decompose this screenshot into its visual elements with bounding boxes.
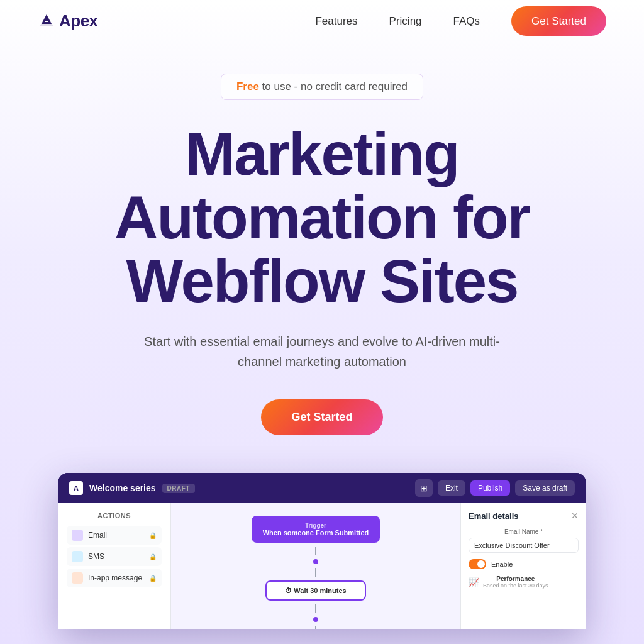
flow-connector-3	[315, 604, 316, 613]
hero-title-line2: Automation for	[114, 184, 530, 251]
flow-dot-1	[313, 559, 318, 564]
trigger-label: Trigger	[263, 522, 369, 529]
sidebar-section-title: Actions	[67, 512, 162, 519]
performance-title: Performance	[483, 575, 548, 582]
panel-enable-toggle[interactable]: Enable	[469, 559, 579, 569]
panel-email-name-label: Email Name *	[469, 528, 579, 535]
app-topbar-left: A Welcome series DRAFT	[69, 481, 195, 495]
app-logo-icon: A	[69, 481, 83, 495]
lock-icon-sms: 🔒	[149, 553, 157, 560]
inapp-icon	[72, 572, 83, 584]
panel-header: Email details ✕	[469, 511, 579, 521]
nav-pricing[interactable]: Pricing	[389, 15, 422, 27]
performance-icon: 📈	[469, 577, 479, 587]
flow-connector-1	[315, 547, 316, 555]
app-icon-btn-grid[interactable]: ⊞	[415, 479, 433, 497]
sms-icon	[72, 551, 83, 562]
hero-cta-button[interactable]: Get Started	[261, 399, 382, 435]
nav-cta-button[interactable]: Get Started	[511, 6, 606, 36]
nav-faqs[interactable]: FAQs	[453, 15, 480, 27]
app-save-draft-button[interactable]: Save as draft	[515, 480, 575, 496]
wait-label: ⏱ Wait 30 minutes	[285, 587, 346, 594]
action-item-email[interactable]: Email 🔒	[67, 526, 162, 545]
flow-connector-4	[315, 626, 316, 629]
badge-rest-text: to use - no credit card required	[259, 80, 408, 92]
lock-icon-email: 🔒	[149, 532, 157, 539]
flow-dot-2	[313, 617, 318, 622]
badge-free-word: Free	[236, 80, 259, 92]
lock-icon-inapp: 🔒	[149, 575, 157, 582]
action-item-sms[interactable]: SMS 🔒	[67, 547, 162, 566]
draft-badge: DRAFT	[162, 484, 195, 493]
action-sms-label: SMS	[88, 552, 104, 561]
app-title: Welcome series	[89, 483, 156, 493]
hero-title: Marketing Automation for Webflow Sites	[114, 123, 530, 313]
nav-features[interactable]: Features	[315, 15, 357, 27]
panel-performance: 📈 Performance Based on the last 30 days	[469, 575, 579, 589]
trigger-subtitle: When someone Form Submitted	[263, 529, 369, 536]
svg-rect-0	[45, 21, 48, 22]
app-screenshot: A Welcome series DRAFT ⊞ Exit Publish Sa…	[58, 473, 586, 629]
panel-title: Email details	[469, 511, 518, 521]
logo-link[interactable]: Apex	[38, 11, 98, 31]
app-body: Actions Email 🔒 SMS 🔒	[58, 503, 586, 629]
flow-node-trigger[interactable]: Trigger When someone Form Submitted	[252, 516, 380, 543]
app-canvas: Trigger When someone Form Submitted ⏱ Wa…	[171, 503, 460, 629]
logo-text: Apex	[59, 11, 98, 31]
panel-close-button[interactable]: ✕	[571, 511, 579, 521]
email-icon	[72, 530, 83, 541]
panel-email-name-input[interactable]	[469, 538, 579, 553]
action-email-label: Email	[88, 531, 107, 540]
flow-connector-2	[315, 568, 316, 577]
free-badge: Free to use - no credit card required	[221, 74, 423, 100]
flow-node-wait[interactable]: ⏱ Wait 30 minutes	[265, 580, 366, 601]
toggle-knob	[477, 560, 485, 568]
toggle-switch[interactable]	[469, 559, 486, 569]
hero-title-line1: Marketing	[185, 120, 458, 187]
toggle-label: Enable	[491, 560, 513, 568]
flow-diagram: Trigger When someone Form Submitted ⏱ Wa…	[252, 516, 380, 629]
performance-subtitle: Based on the last 30 days	[483, 582, 548, 589]
action-item-inapp[interactable]: In-app message 🔒	[67, 569, 162, 587]
app-publish-button[interactable]: Publish	[470, 480, 510, 496]
navbar: Apex Features Pricing FAQs Get Started	[0, 0, 644, 42]
hero-title-line3: Webflow Sites	[126, 247, 518, 314]
nav-links: Features Pricing FAQs Get Started	[315, 15, 606, 28]
panel-email-name-field: Email Name *	[469, 528, 579, 553]
hero-section: Free to use - no credit card required Ma…	[0, 42, 644, 629]
app-sidebar: Actions Email 🔒 SMS 🔒	[58, 503, 171, 629]
app-exit-button[interactable]: Exit	[438, 480, 465, 496]
app-topbar-right: ⊞ Exit Publish Save as draft	[415, 479, 575, 497]
app-topbar: A Welcome series DRAFT ⊞ Exit Publish Sa…	[58, 473, 586, 503]
hero-subtitle: Start with essential email journeys and …	[133, 331, 511, 372]
logo-icon	[38, 13, 55, 30]
action-inapp-label: In-app message	[88, 574, 142, 582]
app-panel: Email details ✕ Email Name * Enable 📈	[460, 503, 586, 629]
